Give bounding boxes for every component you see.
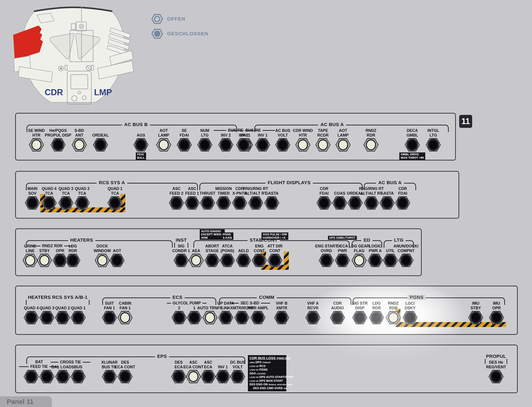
group-heaters: HEATERSURINELINESTBYOPRLDGRDRDOCKWINDOWA… [26,240,173,274]
breaker-label-line: BUS [74,365,82,369]
breaker-switch-closed[interactable] [468,311,483,324]
breaker-switch-closed[interactable] [109,254,125,267]
breaker-label-line: ORDEAL [92,133,109,138]
note-tag-line: BALL [137,156,145,160]
breaker-label-line: COMPNT [398,249,415,253]
breaker-switch-closed[interactable] [398,254,414,267]
info-box-line: 100% DPS THRUST [250,360,285,364]
breaker-switch-open[interactable] [363,138,379,152]
info-box-line: DES ENG ON SIGNAL ROUTED THRU [250,383,285,386]
breaker-switch-closed[interactable] [305,311,320,324]
group-title: COMM [257,295,277,300]
info-box-text: LOSS OF [250,365,259,368]
breaker-label-line: ATT DIR [267,244,282,249]
breaker-dc-bus-volt: DC BUSVOLT [224,360,251,383]
breaker-label-line: AOT [339,128,347,133]
breaker-switch-open[interactable] [117,311,133,324]
breaker-switch-open[interactable] [72,138,87,152]
breaker-label-line: XMTR [276,306,287,310]
breaker-switch-closed[interactable] [250,311,266,324]
note-tag: DPS GMBL/THROT [328,236,357,240]
breaker-label: AOTLAMP [158,128,169,138]
group-title: EPS [155,354,169,359]
breaker-switch-closed[interactable] [230,370,245,383]
breaker-switch-closed[interactable] [93,138,108,152]
note-tag-line: PGNS [223,233,232,236]
breaker-label: VHF BXMTR [276,301,288,310]
breaker-gasta: GASTA [258,186,286,210]
closed-breaker-icon [152,29,163,39]
breaker-switch-closed[interactable] [403,311,418,324]
subgroup-label: GLYCOL PUMP [165,301,208,305]
info-box-title: CDR BUS LOSS (PWRD DES) [250,356,285,360]
breaker-switch-open[interactable] [156,138,171,152]
note-tag: FDAIBALL [136,152,146,160]
breaker-label-line: LTG [429,133,437,138]
info-box-text: LOSS OF [250,368,259,371]
breaker-label-line: SE [182,128,187,133]
breaker-switch-closed[interactable] [177,138,192,152]
breaker-lgc-dsky: LGC/DSKY [396,301,424,324]
breaker-label-line: GASTA [265,191,279,196]
breaker-switch-closed[interactable] [489,311,504,324]
breaker-switch-open[interactable] [335,138,351,152]
breaker-switch-closed[interactable] [107,196,123,210]
breaker-label-line: IMU [472,301,479,306]
breaker-label-line: RCVR [307,306,319,310]
breaker-switch-closed[interactable] [405,138,420,152]
info-box-text: PGNS [259,368,267,371]
breaker-vhf-b-xmtr: VHF BXMTR [268,301,296,324]
breaker-switch-open[interactable] [29,138,44,152]
info-box-text: GDA [250,372,257,375]
breaker-label-line: 1 [193,306,195,310]
group-title: ECS [170,295,185,300]
breaker-label-line: NUM [200,128,209,133]
breaker-label-line: INV 2 [239,133,249,138]
breaker-switch-closed[interactable] [133,138,149,152]
breaker-label-line: STBY [471,306,481,310]
breaker-label-line: IMU [493,301,500,306]
breaker-switch-closed[interactable] [75,196,90,210]
breaker-label-line: LTG [201,133,209,138]
note-tag: AUTO IGN/SIGEXCEPT W/ENGARM [200,229,225,240]
subgroup-label-text: RNDZ RDR [42,244,62,248]
breaker-label-line: LAMP [158,133,169,138]
breaker-switch-closed[interactable] [395,196,410,210]
breaker-ordeal: ORDEAL [87,128,114,152]
breaker-label: IMUOPR [492,301,501,310]
breaker-switch-closed[interactable] [65,254,80,267]
info-box-line: LOSS OF PGNS [250,368,285,372]
breaker-panel-row-1: AC BUS BSE WINDHTRHe/PQGSPROPUL DISPS-BD… [15,113,456,160]
breaker-switch-closed[interactable] [264,196,279,210]
info-box-text: DES ENG CMD OVRD [253,386,284,390]
breaker-switch-closed[interactable] [488,370,504,383]
breaker-label-line: AUDIO [331,306,344,310]
breaker-switch-closed[interactable] [71,370,86,383]
subgroup-label-line: FEED TIE [30,364,48,369]
breaker-vhf-a-rcvr: VHF ARCVR [299,301,327,324]
breaker-switch-closed[interactable] [71,311,86,324]
breaker-switch-closed[interactable] [330,311,345,324]
breaker-switch-closed[interactable] [267,254,282,267]
breaker-label: S-BDANT [75,128,84,138]
breaker-switch-closed[interactable] [275,138,290,152]
breaker-label-line: CDR [398,186,407,191]
breaker-switch-open[interactable] [295,138,311,152]
breaker-switch-closed[interactable] [255,138,270,152]
breaker-panel-row-5: EPSBAL LOADSBUSXLUNARBUS TIEDESECA CONTD… [15,345,518,393]
breaker-label: QUAD 1 [71,301,85,310]
breaker-label-line: RCDR [317,133,329,138]
breaker-label-line: VOLT [278,133,288,138]
breaker-switch-closed[interactable] [426,138,441,152]
breaker-switch-closed[interactable] [117,370,133,383]
breaker-switch-open[interactable] [315,138,331,152]
breaker-switch-closed[interactable] [274,311,289,324]
breaker-label-line: S-BD [75,128,84,133]
breaker-label-line: LAMP [337,133,349,138]
breaker-label: QUAD 1TCA [108,186,122,196]
breaker-switch-closed[interactable] [51,138,66,152]
breaker-label-line: QUAD 1 [108,186,122,191]
info-box-text: DPS AUTO START/STOP [259,375,293,379]
breaker-switch-closed[interactable] [197,138,213,152]
breaker-label-line: DSKY [405,306,416,310]
